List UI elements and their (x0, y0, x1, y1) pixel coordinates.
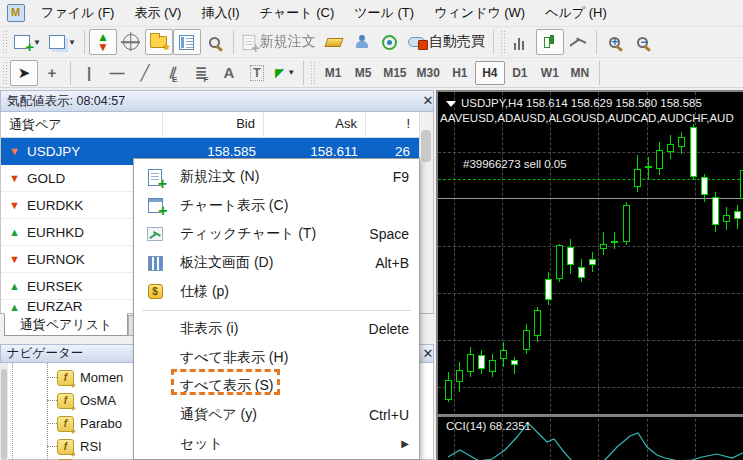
menu-item-label: 板注文画面 (D) (180, 254, 273, 272)
zoom-out-button[interactable] (629, 29, 657, 55)
strategy-tester-button[interactable] (201, 29, 229, 55)
crosshair-icon: + (48, 64, 57, 81)
community-button[interactable] (348, 29, 376, 55)
tree-item-parabolic[interactable]: fParabo (57, 412, 122, 435)
bull-candle (723, 215, 730, 222)
signals-icon (382, 35, 397, 50)
bear-candle (545, 279, 552, 300)
timeframe-h4[interactable]: H4 (475, 61, 505, 85)
new-chart-button[interactable]: ▼ (10, 29, 45, 55)
trendline-button[interactable]: ╱ (131, 60, 159, 86)
menu-chart[interactable]: チャート (C) (250, 0, 345, 26)
fibonacci-button[interactable]: ≣F (187, 60, 215, 86)
menu-item-hide-all[interactable]: すべて非表示 (H) (134, 344, 419, 373)
vertical-line-button[interactable]: | (75, 60, 103, 86)
chevron-down-icon: ▼ (287, 68, 295, 77)
crosshair-button[interactable]: + (38, 60, 66, 86)
timeframe-w1[interactable]: W1 (535, 61, 565, 85)
profiles-icon (49, 35, 65, 49)
chart-dropdown-icon[interactable] (446, 101, 456, 107)
column-bid[interactable]: Bid (163, 112, 264, 137)
menu-shortcut: Ctrl+U (369, 407, 409, 423)
navigator-close-icon[interactable]: ✕ (421, 347, 435, 361)
trendline-icon: ╱ (140, 64, 149, 82)
bull-candle (600, 244, 607, 249)
timeframe-d1[interactable]: D1 (505, 61, 535, 85)
line-chart-icon (570, 36, 586, 48)
text-label-button[interactable]: T (243, 60, 271, 86)
timeframe-m5[interactable]: M5 (348, 61, 378, 85)
bear-candle (589, 259, 596, 265)
text-button[interactable]: A (215, 60, 243, 86)
horizontal-line-button[interactable]: — (103, 60, 131, 86)
new-order-button[interactable]: 新規注文 (238, 29, 320, 55)
arrows-button[interactable]: ◤▼ (271, 60, 299, 86)
column-ask[interactable]: Ask (264, 112, 366, 137)
data-window-button[interactable] (117, 29, 145, 55)
menu-item-chart-window[interactable]: チャート表示 (C) (134, 192, 419, 221)
bull-candle (623, 205, 630, 242)
menu-item-new-order[interactable]: 新規注文 (N) F9 (134, 163, 419, 192)
bid-price-line (438, 198, 743, 199)
autotrade-button[interactable]: 自動売買 (404, 29, 489, 55)
market-watch-close-icon[interactable]: ✕ (421, 94, 435, 108)
column-spread[interactable]: ! (366, 112, 418, 137)
autotrade-icon (408, 37, 425, 47)
tree-item-stochastic[interactable]: fS (57, 455, 89, 460)
timeframe-m1[interactable]: M1 (318, 61, 348, 85)
tree-guide-line (47, 377, 57, 378)
metaeditor-button[interactable] (320, 29, 348, 55)
fibonacci-icon: ≣F (195, 64, 208, 82)
menu-item-specification[interactable]: $ 仕様 (p) (134, 277, 419, 306)
equidistant-channel-button[interactable]: ⫽E (159, 60, 187, 86)
menu-window[interactable]: ウィンドウ (W) (424, 0, 535, 26)
symbol-label: EURDKK (27, 198, 83, 213)
profiles-button[interactable]: ▼ (45, 29, 80, 55)
timeframe-m15[interactable]: M15 (378, 61, 411, 85)
terminal-button[interactable] (173, 29, 201, 55)
navigator-scrollbar-thumb[interactable] (1, 369, 7, 460)
column-symbol[interactable]: 通貨ペア (1, 112, 163, 137)
toolbar-grip[interactable] (2, 30, 8, 54)
tab-symbol-list[interactable]: 通貨ペアリスト (4, 313, 128, 336)
market-watch-scrollbar-thumb[interactable] (421, 130, 431, 162)
menu-item-tick-chart[interactable]: ティックチャート (T) Space (134, 220, 419, 249)
line-chart-button[interactable] (564, 29, 592, 55)
signals-button[interactable] (376, 29, 404, 55)
menu-file[interactable]: ファイル (F) (31, 0, 124, 26)
toolbar-grip[interactable] (2, 61, 8, 85)
tree-item-osma[interactable]: fOsMA (57, 389, 116, 412)
menu-item-depth-of-market[interactable]: 板注文画面 (D) Alt+B (134, 249, 419, 278)
horizontal-line-icon: — (110, 64, 125, 81)
bull-candle (645, 166, 652, 168)
candlestick-chart[interactable] (438, 92, 743, 460)
cursor-button[interactable]: ➤ (10, 60, 38, 86)
menu-item-sets[interactable]: セット ▶ (134, 429, 419, 458)
menu-item-symbols[interactable]: 通貨ペア (y) Ctrl+U (134, 401, 419, 430)
bear-candle (734, 211, 741, 219)
toolbar-grip[interactable] (310, 61, 316, 85)
tree-item-momentum[interactable]: fMomen (57, 366, 123, 389)
timeframe-m30[interactable]: M30 (412, 61, 445, 85)
zoom-in-button[interactable] (601, 29, 629, 55)
menu-view[interactable]: 表示 (V) (124, 0, 191, 26)
timeframe-h1[interactable]: H1 (445, 61, 475, 85)
toolbar-grip[interactable] (500, 30, 506, 54)
menu-tools[interactable]: ツール (T) (344, 0, 424, 26)
bar-chart-button[interactable] (508, 29, 536, 55)
bid-value: 158.585 (163, 144, 264, 159)
menu-item-hide[interactable]: 非表示 (i) Delete (134, 315, 419, 344)
timeframe-mn[interactable]: MN (565, 61, 595, 85)
bull-candle (667, 144, 674, 152)
position-label: #39966273 sell 0.05 (463, 158, 567, 170)
market-watch-button[interactable]: ▲▼ (89, 29, 117, 55)
menu-item-label: 非表示 (i) (180, 320, 238, 338)
bull-candle (634, 169, 641, 187)
navigator-button[interactable] (145, 29, 173, 55)
chart-symbol-line: USDJPY,H4 158.614 158.629 158.580 158.58… (446, 97, 702, 109)
menu-insert[interactable]: 挿入(I) (191, 0, 249, 26)
chart-window[interactable]: USDJPY,H4 158.614 158.629 158.580 158.58… (436, 90, 743, 460)
autotrade-label: 自動売買 (429, 33, 485, 51)
candlestick-button[interactable] (536, 29, 564, 55)
menu-help[interactable]: ヘルプ (H) (535, 0, 617, 26)
